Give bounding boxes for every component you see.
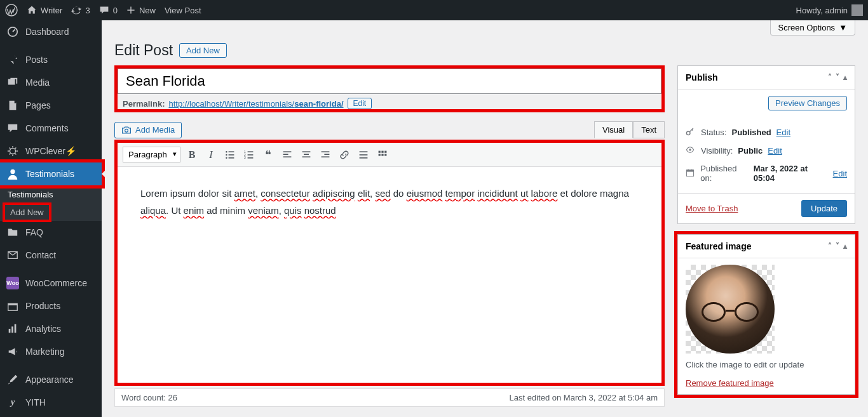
submenu-top[interactable]: Testimonials [0, 185, 102, 204]
yith-icon: y [6, 396, 19, 409]
svg-text:3: 3 [244, 156, 246, 159]
bullet-list-button[interactable] [224, 149, 236, 161]
comments-icon [6, 122, 19, 135]
submenu-add-new[interactable]: Add New [5, 205, 49, 220]
svg-rect-26 [304, 154, 309, 155]
add-media-button[interactable]: Add Media [114, 122, 182, 138]
edit-visibility-link[interactable]: Edit [768, 146, 782, 156]
svg-rect-33 [360, 157, 368, 159]
pages-icon [6, 99, 19, 112]
update-button[interactable]: Update [801, 200, 847, 217]
move-to-trash-link[interactable]: Move to Trash [686, 204, 738, 213]
wp-logo[interactable] [5, 4, 18, 17]
collapse-icon[interactable]: ▴ [843, 73, 847, 82]
menu-pages[interactable]: Pages [0, 94, 102, 117]
svg-rect-32 [360, 154, 368, 156]
new-content-link[interactable]: New [126, 6, 156, 15]
svg-rect-22 [283, 151, 292, 152]
products-icon [6, 300, 19, 312]
menu-yith[interactable]: y YITH [0, 391, 102, 414]
avatar-icon [851, 4, 863, 16]
svg-rect-6 [9, 329, 11, 333]
svg-rect-25 [302, 151, 311, 152]
content-area: Screen Options ▼ Edit Post Add New Perma… [102, 20, 868, 417]
permalink-label: Permalink: [123, 99, 165, 109]
featured-image-thumbnail[interactable] [686, 265, 775, 354]
site-name: Writer [41, 6, 62, 15]
edit-status-link[interactable]: Edit [776, 128, 790, 137]
menu-products[interactable]: Products [0, 295, 102, 317]
svg-rect-21 [248, 157, 254, 159]
admin-sidebar: Dashboard Posts Media Pages Comments WPC… [0, 20, 102, 417]
menu-woocommerce[interactable]: Woo WooCommerce [0, 272, 102, 295]
site-name-link[interactable]: Writer [27, 5, 62, 15]
link-button[interactable] [338, 149, 351, 161]
menu-wpclever[interactable]: WPClever⚡ [0, 140, 102, 162]
menu-analytics[interactable]: Analytics [0, 317, 102, 340]
move-down-icon[interactable]: ˅ [836, 242, 839, 251]
tab-text[interactable]: Text [633, 121, 665, 138]
menu-appearance[interactable]: Appearance [0, 368, 102, 391]
tab-visual[interactable]: Visual [594, 121, 633, 138]
svg-rect-39 [384, 154, 386, 156]
chevron-down-icon: ▼ [839, 23, 847, 32]
remove-featured-image-link[interactable]: Remove featured image [686, 378, 774, 388]
align-left-button[interactable] [281, 149, 294, 161]
menu-dashboard[interactable]: Dashboard [0, 20, 102, 43]
menu-testimonials[interactable]: Testimonials [0, 162, 102, 185]
menu-contact[interactable]: Contact [0, 244, 102, 267]
wordpress-icon [5, 4, 18, 17]
svg-point-3 [10, 169, 15, 174]
admin-bar: Writer 3 0 New View Post Howdy, admin [0, 0, 868, 20]
account-link[interactable]: Howdy, admin [796, 4, 863, 16]
quote-button[interactable]: ❝ [262, 149, 275, 161]
svg-rect-38 [381, 154, 383, 156]
dashboard-icon [6, 25, 19, 38]
menu-media[interactable]: Media [0, 71, 102, 94]
svg-rect-30 [322, 156, 330, 157]
move-up-icon[interactable]: ˄ [828, 73, 832, 82]
toolbar-toggle-button[interactable] [376, 149, 389, 161]
svg-rect-24 [283, 156, 292, 157]
preview-changes-button[interactable]: Preview Changes [768, 96, 847, 110]
svg-point-40 [686, 131, 690, 135]
editor-status-bar: Word count: 26 Last edited on March 3, 2… [114, 388, 665, 407]
svg-rect-7 [11, 326, 13, 333]
edit-slug-button[interactable]: Edit [348, 98, 372, 109]
comments-count: 0 [113, 6, 118, 15]
svg-rect-31 [360, 151, 368, 152]
align-center-button[interactable] [300, 149, 313, 161]
svg-rect-23 [283, 154, 288, 155]
key-icon [686, 127, 696, 138]
home-icon [27, 5, 37, 15]
camera-icon [121, 125, 132, 135]
align-right-button[interactable] [319, 149, 332, 161]
bold-button[interactable]: B [186, 149, 198, 161]
menu-posts[interactable]: Posts [0, 48, 102, 71]
view-post-link[interactable]: View Post [165, 6, 201, 15]
updates-icon [71, 5, 81, 15]
svg-rect-36 [384, 150, 386, 152]
publish-metabox: Publish ˄ ˅ ▴ Preview Changes Status: Pu… [677, 65, 855, 224]
svg-rect-43 [686, 169, 693, 171]
edit-date-link[interactable]: Edit [833, 169, 847, 178]
add-new-button[interactable]: Add New [179, 43, 227, 58]
brush-icon [6, 373, 19, 386]
number-list-button[interactable]: 123 [243, 149, 255, 161]
comments-link[interactable]: 0 [99, 5, 118, 15]
menu-faq[interactable]: FAQ [0, 221, 102, 244]
plus-icon [126, 6, 135, 15]
collapse-icon[interactable]: ▴ [843, 242, 847, 251]
format-select[interactable]: Paragraph [123, 147, 180, 162]
italic-button[interactable]: I [205, 149, 217, 161]
permalink-link[interactable]: http://localhost/Writer/testimonials/sea… [168, 99, 343, 109]
post-title-input[interactable] [118, 69, 661, 94]
menu-marketing[interactable]: Marketing [0, 340, 102, 363]
menu-comments[interactable]: Comments [0, 117, 102, 140]
move-up-icon[interactable]: ˄ [828, 242, 832, 251]
move-down-icon[interactable]: ˅ [836, 73, 839, 82]
screen-options-button[interactable]: Screen Options ▼ [770, 20, 855, 36]
readmore-button[interactable] [357, 149, 370, 161]
editor-content[interactable]: Lorem ipsum dolor sit amet, consectetur … [118, 167, 661, 383]
updates-link[interactable]: 3 [71, 5, 90, 15]
